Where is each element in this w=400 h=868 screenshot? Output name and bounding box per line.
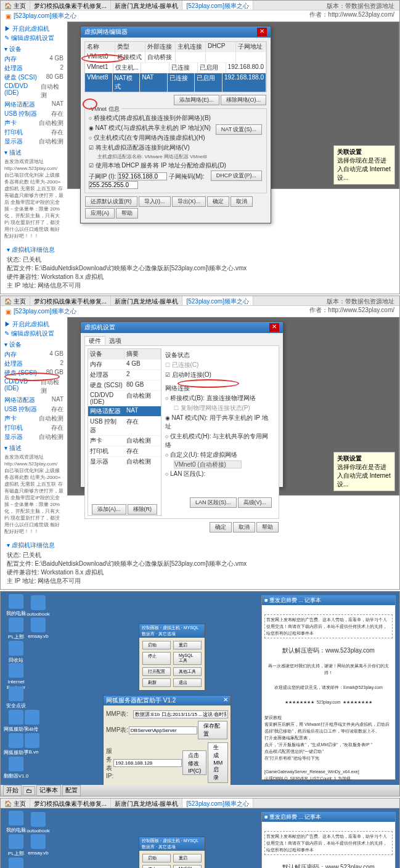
- radio-nat[interactable]: ◉ NAT 模式(与虚拟机共享主机的 IP 地址)(N) NAT 设置(S)..…: [89, 124, 263, 132]
- device-row[interactable]: USB 控制器存在: [4, 110, 63, 118]
- dialog-btn[interactable]: 应用(A): [85, 208, 115, 219]
- tab-home[interactable]: 🏠 主页: [1, 296, 30, 305]
- chk-host-adapter[interactable]: ☑ 将主机虚拟适配器连接到此网络(V): [89, 143, 263, 152]
- desktop-icon[interactable]: 回收站: [3, 641, 29, 664]
- dialog-btn[interactable]: 帮助: [116, 208, 138, 219]
- remove-net-btn[interactable]: 移除网络(O)...: [221, 95, 267, 105]
- cp-btn[interactable]: MySQL工具: [173, 652, 202, 665]
- desktop-icon[interactable]: TB.vn: [19, 733, 45, 755]
- radio-nat2[interactable]: ◉ NAT 模式(N): 用于共享主机的 IP 地址: [165, 414, 272, 431]
- hw-row[interactable]: 网络适配器NAT: [88, 406, 161, 416]
- dialog-btn[interactable]: 导出(X)...: [172, 196, 206, 207]
- hw-row[interactable]: 显示器自动检测: [88, 456, 161, 467]
- device-row[interactable]: 打印机存在: [4, 424, 63, 432]
- cp-btn[interactable]: 停止: [142, 865, 171, 868]
- cp-btn[interactable]: 重启: [173, 854, 202, 862]
- tab-1[interactable]: 梦幻模拟战像素手机修复...: [30, 296, 111, 305]
- cp-btn[interactable]: 其他工具: [173, 667, 202, 676]
- tab-hw[interactable]: 硬件: [84, 336, 105, 345]
- cp-btn[interactable]: 退出: [173, 678, 202, 687]
- net-row[interactable]: VMnet1仅主机...已连接已启用192.168.80.0: [85, 62, 266, 73]
- hw-row[interactable]: 内存4 GB: [88, 359, 161, 369]
- mmp-input[interactable]: [133, 710, 228, 718]
- mod-ip-btn[interactable]: 点击修改IP(C): [182, 750, 206, 775]
- close-icon[interactable]: ✕: [269, 323, 279, 332]
- device-row[interactable]: 显示器自动检测: [4, 137, 63, 146]
- radio-host2[interactable]: ○ 仅主机模式(H): 与主机共享的专用网络: [165, 432, 272, 449]
- device-row[interactable]: 处理器2: [4, 360, 63, 368]
- hw-row[interactable]: CD/DVD (IDE)自动检测: [88, 390, 161, 406]
- close-icon[interactable]: ✕: [257, 28, 267, 36]
- taskbar[interactable]: 开始🗀记事本配置: [1, 785, 399, 796]
- edit-vm[interactable]: ✎ 编辑虚拟机设置: [4, 34, 63, 42]
- hw-row[interactable]: USB 控制器存在: [88, 416, 161, 435]
- cp-btn[interactable]: 停止: [142, 652, 171, 665]
- net-row[interactable]: VMnet0桥接模式自动桥接: [85, 52, 266, 62]
- tab-2[interactable]: 新唐门真龙绝域-服单机: [111, 1, 182, 10]
- net-row[interactable]: VMnet8NAT模式NAT已连接已启用192.168.188.0: [85, 73, 266, 92]
- remove-hw-btn[interactable]: 移除(R): [128, 504, 158, 515]
- device-row[interactable]: USB 控制器存在: [4, 405, 63, 414]
- dhcp-settings-btn[interactable]: DHCP 设置(P)...: [211, 171, 262, 181]
- desktop-icon[interactable]: GB传: [19, 710, 45, 733]
- hw-row[interactable]: 处理器2: [88, 369, 161, 380]
- dialog-btn[interactable]: 导入(I)...: [139, 196, 171, 207]
- device-row[interactable]: 硬盘 (SCSI)80 GB: [4, 73, 63, 82]
- dialog-btn[interactable]: 取消: [231, 196, 253, 207]
- tab-opts[interactable]: 选项: [105, 337, 125, 345]
- server-ip-input[interactable]: [113, 759, 182, 767]
- ok-btn[interactable]: 确定: [210, 522, 232, 532]
- help-btn[interactable]: 帮助: [256, 522, 279, 532]
- device-row[interactable]: 硬盘 (SCSI)80 GB: [4, 369, 63, 377]
- lan-btn[interactable]: LAN 区段(S)...: [190, 497, 237, 508]
- cp-btn[interactable]: 打开配置: [142, 667, 171, 676]
- device-row[interactable]: CD/DVD (IDE)自动检测: [4, 82, 63, 100]
- tab-3[interactable]: [523play.com]频率之心: [182, 1, 253, 10]
- desktop-icon[interactable]: 回收站: [3, 858, 29, 868]
- hw-row[interactable]: 硬盘 (SCSI)80 GB: [88, 380, 161, 390]
- desktop-icon[interactable]: emsay.vb: [25, 617, 51, 639]
- chk-connect-start[interactable]: ☑ 启动时连接(O): [165, 371, 272, 379]
- tab-3[interactable]: [523play.com]频率之心: [182, 296, 253, 305]
- radio-lan[interactable]: ○ LAN 区段(L):: [165, 470, 272, 478]
- cp-btn[interactable]: 重启: [173, 641, 202, 649]
- tab-home[interactable]: 🏠 主页: [1, 798, 30, 808]
- mmp2-input[interactable]: [129, 726, 197, 734]
- desktop-icon[interactable]: 安全点设: [3, 686, 29, 709]
- tab-home[interactable]: 🏠 主页: [1, 1, 30, 10]
- hw-row[interactable]: 打印机存在: [88, 446, 161, 456]
- device-row[interactable]: 声卡自动检测: [4, 119, 63, 127]
- tab-1[interactable]: 梦幻模拟战像素手机修复...: [30, 1, 111, 10]
- desktop-icon[interactable]: outoobook: [25, 812, 51, 834]
- device-row[interactable]: 网络适配器NAT: [4, 100, 63, 109]
- nat-settings-btn[interactable]: NAT 设置(S)...: [216, 124, 262, 135]
- add-hw-btn[interactable]: 添加(A)...: [92, 504, 126, 515]
- device-row[interactable]: 内存4 GB: [4, 55, 63, 63]
- device-row[interactable]: 处理器2: [4, 64, 63, 73]
- cp-btn[interactable]: 刷新: [142, 678, 171, 687]
- cp-btn[interactable]: MySQL工具: [173, 865, 202, 868]
- device-row[interactable]: 显示器自动检测: [4, 433, 63, 441]
- radio-bridge2[interactable]: ○ 桥接模式(B): 直接连接物理网络: [165, 394, 272, 403]
- device-row[interactable]: 声卡自动检测: [4, 414, 63, 423]
- desktop-icon[interactable]: 翻翻器V1.0: [3, 757, 29, 779]
- hw-list[interactable]: 设备摘要 内存4 GB处理器2硬盘 (SCSI)80 GBCD/DVD (IDE…: [88, 348, 161, 516]
- desktop-icon[interactable]: outoobook: [25, 595, 51, 617]
- save-cfg-btn[interactable]: 保存配置: [198, 721, 227, 739]
- radio-bridge[interactable]: ○ 桥接模式(将虚拟机直接连接到外部网络)(B): [89, 114, 263, 123]
- device-row[interactable]: CD/DVD (IDE)自动检测: [4, 378, 63, 395]
- hw-row[interactable]: 声卡自动检测: [88, 435, 161, 446]
- gen-mm-btn[interactable]: 生成MM启录: [208, 742, 228, 783]
- cp-btn[interactable]: 启动: [142, 854, 171, 862]
- chk-dhcp[interactable]: ☑ 使用本地 DHCP 服务将 IP 地址分配给虚拟机(D) DHCP 设置(P…: [89, 161, 263, 170]
- radio-custom[interactable]: ○ 自定义(U): 特定虚拟网络: [165, 451, 272, 459]
- network-grid[interactable]: 名称类型外部连接主机连接DHCP子网地址 VMnet0桥接模式自动桥接VMnet…: [84, 41, 267, 92]
- tab-2[interactable]: 新唐门真龙绝域-服单机: [111, 296, 182, 305]
- add-net-btn[interactable]: 添加网络(E)...: [174, 95, 219, 105]
- cp-btn[interactable]: 启动: [142, 641, 171, 649]
- cancel-btn[interactable]: 取消: [233, 522, 255, 532]
- edit-vm[interactable]: ✎ 编辑虚拟机设置: [4, 329, 63, 338]
- adv-btn[interactable]: 高级(V)...: [238, 497, 272, 508]
- play-vm[interactable]: ▶ 开启此虚拟机: [4, 320, 63, 329]
- subnet-input[interactable]: [118, 172, 167, 180]
